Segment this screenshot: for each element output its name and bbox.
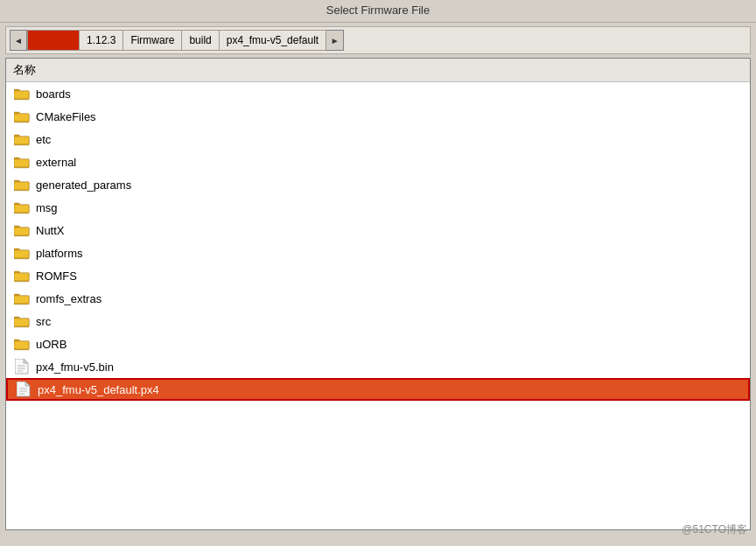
folder-icon	[13, 246, 31, 260]
file-name-label: px4_fmu-v5_default.px4	[38, 383, 159, 396]
breadcrumb-build[interactable]: build	[182, 30, 219, 51]
folder-name: boards	[36, 88, 71, 101]
folder-row[interactable]: src	[6, 310, 750, 332]
folder-icon	[13, 132, 31, 146]
svg-marker-54	[25, 382, 30, 386]
svg-rect-2	[14, 90, 29, 98]
folder-row[interactable]: platforms	[6, 242, 750, 264]
svg-rect-38	[14, 295, 29, 303]
folder-name: generated_params	[36, 178, 131, 192]
breadcrumb-version[interactable]: 1.12.3	[80, 30, 123, 51]
svg-rect-22	[14, 204, 29, 212]
folder-name: uORB	[36, 338, 66, 351]
svg-rect-10	[14, 136, 29, 144]
folder-row[interactable]: msg	[6, 196, 750, 219]
folder-icon	[13, 223, 31, 237]
folder-icon	[13, 200, 31, 214]
nav-arrow-left[interactable]: ◄	[10, 30, 27, 51]
folder-row[interactable]: ROMFS	[6, 264, 750, 287]
svg-rect-42	[14, 318, 29, 326]
folder-row[interactable]: CMakeFiles	[6, 105, 750, 128]
folder-name: CMakeFiles	[36, 110, 96, 123]
svg-rect-18	[14, 181, 29, 189]
breadcrumb-firmware[interactable]: Firmware	[123, 30, 182, 51]
folder-row[interactable]: boards	[6, 82, 750, 105]
file-icon	[15, 382, 32, 396]
nav-arrow-right[interactable]: ►	[326, 30, 344, 51]
folder-name: etc	[36, 133, 51, 146]
watermark: @51CTO博客	[682, 522, 747, 537]
svg-rect-14	[14, 158, 29, 166]
breadcrumb-target[interactable]: px4_fmu-v5_default	[220, 30, 326, 51]
folder-row[interactable]: uORB	[6, 332, 750, 355]
folder-row[interactable]: romfs_extras	[6, 287, 750, 310]
folder-icon	[13, 178, 31, 192]
file-row[interactable]: px4_fmu-v5.bin	[6, 355, 750, 378]
file-panel: 名称 boards CMakeFiles	[5, 58, 751, 530]
folder-row[interactable]: etc	[6, 128, 750, 150]
folder-icon	[13, 269, 31, 283]
svg-rect-30	[14, 249, 29, 257]
folder-name: src	[36, 315, 51, 328]
folder-row[interactable]: external	[6, 150, 750, 173]
svg-rect-34	[14, 272, 29, 280]
file-name-label: px4_fmu-v5.bin	[36, 360, 114, 374]
dialog-title: Select Firmware File	[326, 4, 430, 17]
file-row[interactable]: px4_fmu-v5_default.px4	[6, 378, 750, 401]
folder-icon	[13, 291, 31, 305]
folder-name: romfs_extras	[36, 292, 102, 305]
folder-icon	[13, 314, 31, 328]
svg-rect-6	[14, 113, 29, 121]
folder-name: external	[36, 156, 76, 169]
folder-row[interactable]: NuttX	[6, 219, 750, 242]
folder-name: ROMFS	[36, 270, 77, 283]
svg-marker-49	[24, 359, 28, 363]
folder-name: platforms	[36, 247, 82, 260]
svg-rect-46	[14, 340, 29, 348]
folder-name: msg	[36, 201, 58, 214]
svg-rect-26	[14, 227, 29, 234]
file-icon	[13, 360, 31, 374]
folder-icon	[13, 337, 31, 351]
column-header: 名称	[6, 59, 750, 82]
folder-row[interactable]: generated_params	[6, 173, 750, 196]
breadcrumb-red[interactable]	[27, 30, 80, 51]
folder-icon	[13, 87, 31, 101]
breadcrumb-bar: ◄ 1.12.3 Firmware build px4_fmu-v5_defau…	[5, 26, 751, 54]
folder-name: NuttX	[36, 224, 65, 237]
title-bar: Select Firmware File	[0, 0, 756, 23]
folder-icon	[13, 109, 31, 123]
folder-icon	[13, 155, 31, 169]
file-list: boards CMakeFiles etc	[6, 82, 750, 401]
